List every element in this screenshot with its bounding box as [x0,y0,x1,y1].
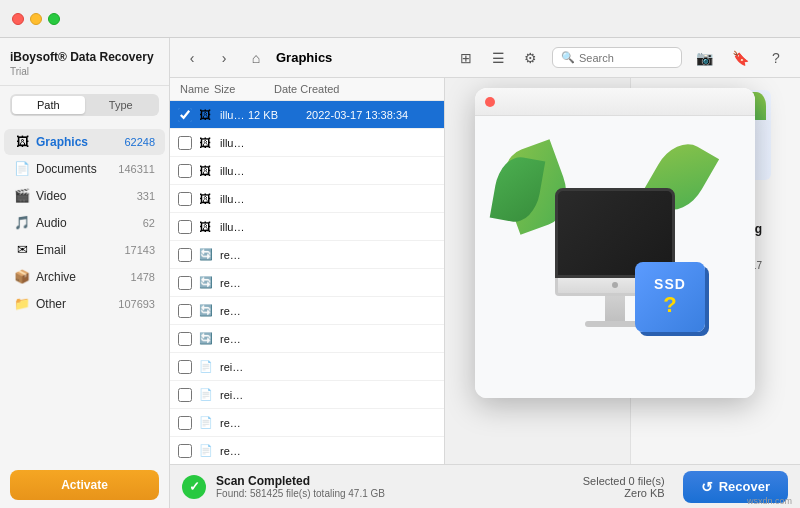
search-input[interactable] [579,52,673,64]
file-name: recove… [220,333,245,345]
table-row[interactable]: 📄 reinsta… [170,353,444,381]
file-name: illustra… [220,193,245,205]
selected-files-size: Zero KB [583,487,665,499]
app-body: iBoysoft® Data Recovery Trial Path Type … [0,38,800,508]
file-type-icon: 📄 [199,388,217,401]
sidebar-item-documents[interactable]: 📄 Documents 146311 [4,156,165,182]
scan-title: Scan Completed [216,474,573,488]
ssd-label: SSD [654,276,686,292]
home-button[interactable]: ⌂ [244,46,268,70]
title-bar [0,0,800,38]
file-date: 2022-03-17 13:38:34 [306,109,436,121]
email-icon: ✉ [14,242,30,258]
file-checkbox[interactable] [178,276,192,290]
col-extra [414,83,434,95]
file-checkbox[interactable] [178,304,192,318]
bookmark-button[interactable]: 🔖 [726,44,754,72]
imac-chin-dot [612,282,618,288]
help-button[interactable]: ? [762,44,790,72]
activate-button[interactable]: Activate [10,470,159,500]
sidebar-item-email[interactable]: ✉ Email 17143 [4,237,165,263]
file-checkbox[interactable] [178,192,192,206]
table-row[interactable]: 📄 remov… [170,409,444,437]
sidebar-item-video[interactable]: 🎬 Video 331 [4,183,165,209]
file-checkbox[interactable] [178,416,192,430]
app-trial: Trial [10,66,159,77]
sidebar-item-count: 107693 [118,298,155,310]
recover-icon: ↺ [701,479,713,495]
ssd-question-icon: ? [663,292,676,318]
grid-view-button[interactable]: ⊞ [452,44,480,72]
close-button[interactable] [12,13,24,25]
file-type-icon: 🔄 [199,276,217,289]
maximize-button[interactable] [48,13,60,25]
file-checkbox[interactable] [178,136,192,150]
file-name: reinsta… [220,389,245,401]
sidebar-item-graphics[interactable]: 🖼 Graphics 62248 [4,129,165,155]
sidebar-item-label: Archive [36,270,131,284]
file-checkbox[interactable] [178,388,192,402]
sidebar-item-audio[interactable]: 🎵 Audio 62 [4,210,165,236]
table-row[interactable]: 🔄 recove… [170,297,444,325]
file-list-panel: Name Size Date Created 🖼 illustration2.p… [170,78,445,464]
minimize-button[interactable] [30,13,42,25]
file-name: illustra… [220,165,245,177]
table-row[interactable]: 🖼 illustration2.png 12 KB 2022-03-17 13:… [170,101,444,129]
file-name: illustration2.png [220,109,245,121]
status-bar: ✓ Scan Completed Found: 581425 file(s) t… [170,464,800,508]
file-checkbox[interactable] [178,108,192,122]
file-checkbox[interactable] [178,248,192,262]
file-type-icon: 🖼 [199,164,217,178]
sidebar-item-label: Audio [36,216,143,230]
file-checkbox[interactable] [178,360,192,374]
file-checkbox[interactable] [178,332,192,346]
sidebar-item-archive[interactable]: 📦 Archive 1478 [4,264,165,290]
table-row[interactable]: 🔄 recove… [170,241,444,269]
filter-button[interactable]: ⚙ [516,44,544,72]
back-button[interactable]: ‹ [180,46,204,70]
sidebar-header: iBoysoft® Data Recovery Trial [0,38,169,86]
forward-button[interactable]: › [212,46,236,70]
table-row[interactable]: 📄 repair-… [170,437,444,464]
scan-subtitle: Found: 581425 file(s) totaling 47.1 GB [216,488,573,499]
documents-icon: 📄 [14,161,30,177]
file-name: repair-… [220,445,245,457]
table-row[interactable]: 🔄 recove… [170,269,444,297]
scan-complete-icon: ✓ [182,475,206,499]
search-icon: 🔍 [561,51,575,64]
traffic-lights [12,13,60,25]
file-checkbox[interactable] [178,220,192,234]
file-checkbox[interactable] [178,444,192,458]
table-row[interactable]: 🖼 illustra… [170,157,444,185]
scan-text: Scan Completed Found: 581425 file(s) tot… [216,474,573,499]
list-view-button[interactable]: ☰ [484,44,512,72]
image-preview-overlay: SSD ? [475,88,755,398]
overlay-close-dot [485,97,495,107]
overlay-content: SSD ? [475,116,755,398]
sidebar-item-count: 331 [137,190,155,202]
table-row[interactable]: 🖼 illustra… [170,185,444,213]
table-row[interactable]: 🔄 recove… [170,325,444,353]
file-type-icon: 📄 [199,416,217,429]
tab-path[interactable]: Path [12,96,85,114]
sidebar-item-count: 62 [143,217,155,229]
file-checkbox[interactable] [178,164,192,178]
table-row[interactable]: 🖼 illustra… [170,213,444,241]
tab-type[interactable]: Type [85,96,158,114]
sidebar-item-other[interactable]: 📁 Other 107693 [4,291,165,317]
search-box[interactable]: 🔍 [552,47,682,68]
file-list-header: Name Size Date Created [170,78,444,101]
file-type-icon: 🖼 [199,136,217,150]
sidebar-item-count: 62248 [124,136,155,148]
audio-icon: 🎵 [14,215,30,231]
overlay-title-bar [475,88,755,116]
table-row[interactable]: 🖼 illustra… [170,129,444,157]
file-type-icon: 📄 [199,444,217,457]
file-type-icon: 🖼 [199,220,217,234]
camera-button[interactable]: 📷 [690,44,718,72]
file-type-icon: 🖼 [199,108,217,122]
table-row[interactable]: 📄 reinsta… [170,381,444,409]
file-name: reinsta… [220,361,245,373]
toolbar-icons: ⊞ ☰ ⚙ [452,44,544,72]
imac-stand [605,296,625,321]
